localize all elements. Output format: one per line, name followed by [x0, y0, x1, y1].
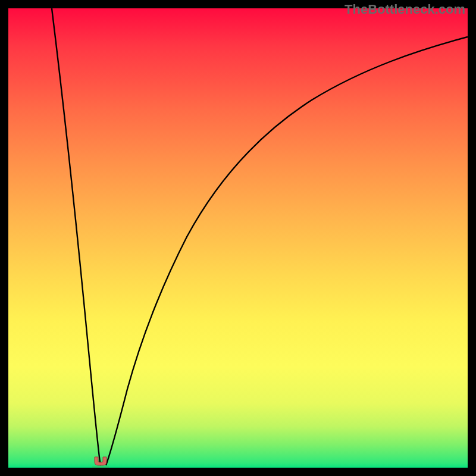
bottleneck-curve — [8, 8, 468, 468]
minimum-marker-icon — [92, 456, 109, 468]
chart-frame: TheBottleneck.com — [0, 0, 476, 476]
watermark-text: TheBottleneck.com — [345, 2, 465, 17]
svg-rect-0 — [92, 466, 109, 468]
